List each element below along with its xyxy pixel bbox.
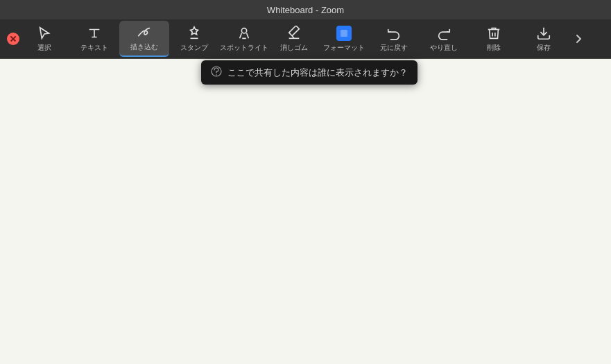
tool-eraser-label: 消しゴム [280, 43, 308, 53]
tooltip-text: ここで共有した内容は誰に表示されますか？ [227, 67, 408, 79]
delete-icon [486, 26, 501, 41]
tool-format[interactable]: フォーマット [319, 21, 369, 57]
tool-redo-label: やり直し [430, 43, 458, 53]
tool-spotlight-label: スポットライト [220, 43, 268, 53]
tool-delete-label: 削除 [487, 43, 501, 53]
tool-draw[interactable]: 描き込む [119, 21, 169, 57]
text-icon [87, 26, 102, 41]
undo-icon [386, 26, 402, 41]
save-icon [536, 26, 551, 41]
stamp-icon [187, 26, 202, 41]
tool-text-label: テキスト [80, 43, 108, 53]
tool-stamp[interactable]: スタンプ [169, 21, 219, 57]
tool-stamp-label: スタンプ [180, 43, 208, 53]
tooltip: ここで共有した内容は誰に表示されますか？ [201, 60, 418, 85]
tool-select-label: 選択 [37, 43, 51, 53]
tool-eraser[interactable]: 消しゴム [269, 21, 319, 57]
draw-icon [137, 25, 152, 40]
tool-redo[interactable]: やり直し [419, 21, 469, 57]
tool-undo[interactable]: 元に戻す [369, 21, 419, 57]
tool-delete[interactable]: 削除 [469, 21, 519, 57]
tool-text[interactable]: テキスト [69, 21, 119, 57]
tool-format-label: フォーマット [323, 43, 365, 53]
close-button[interactable] [7, 33, 19, 45]
svg-rect-3 [341, 30, 347, 37]
redo-icon [436, 26, 451, 41]
tool-select[interactable]: 選択 [19, 21, 69, 57]
more-button[interactable] [569, 21, 588, 57]
tool-undo-label: 元に戻す [380, 43, 408, 53]
tool-save-label: 保存 [537, 43, 551, 53]
svg-point-6 [216, 74, 217, 76]
toolbar: 選択 テキスト 描き込む スタンプ [0, 19, 611, 59]
tool-save[interactable]: 保存 [519, 21, 569, 57]
tooltip-icon [211, 66, 222, 79]
tool-spotlight[interactable]: スポットライト [219, 21, 269, 57]
svg-point-1 [241, 28, 246, 33]
format-icon [336, 26, 352, 41]
tool-draw-label: 描き込む [130, 42, 158, 52]
title-bar-text: Whiteboard - Zoom [267, 5, 344, 15]
title-bar: Whiteboard - Zoom [0, 0, 611, 19]
spotlight-icon [236, 26, 252, 41]
canvas-area[interactable] [0, 59, 611, 364]
select-icon [37, 26, 52, 41]
eraser-icon [286, 26, 302, 41]
